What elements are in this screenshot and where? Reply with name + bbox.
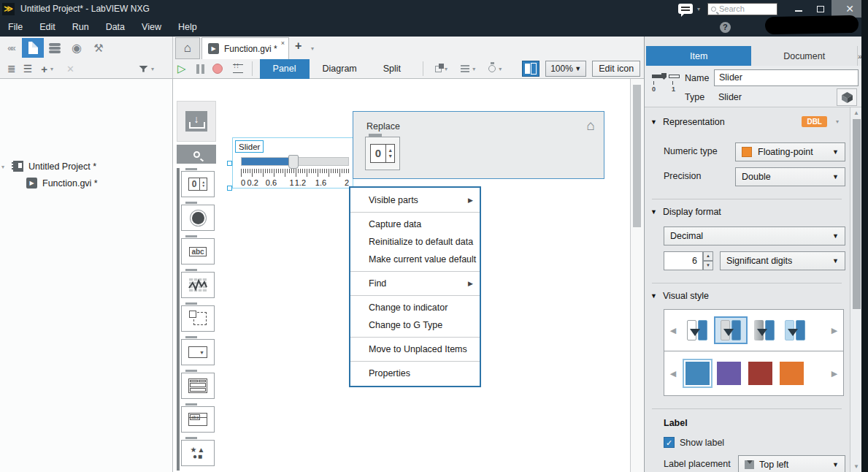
edit-icon-button[interactable]: Edit icon bbox=[592, 61, 640, 77]
pause-button[interactable] bbox=[196, 64, 199, 74]
feedback-dropdown-arrow-icon[interactable]: ▾ bbox=[697, 6, 700, 12]
panel-scrollbar[interactable]: ▲ ▼ bbox=[850, 107, 862, 472]
abort-icon[interactable] bbox=[233, 64, 243, 73]
section-display-format[interactable]: ▼ Display format bbox=[650, 207, 721, 217]
group-objects-icon[interactable] bbox=[435, 66, 442, 72]
collapse-sidebar-icon[interactable]: «« bbox=[0, 38, 22, 58]
tab-function-gvi[interactable]: ▶ Function.gvi * × bbox=[201, 37, 289, 59]
menu-run[interactable]: Run bbox=[72, 22, 89, 32]
color-swatch-orange[interactable] bbox=[780, 362, 804, 385]
palette-item-tab-control[interactable] bbox=[181, 403, 215, 433]
slider-label[interactable]: Slider bbox=[235, 140, 264, 153]
slider-thumb[interactable] bbox=[288, 155, 299, 169]
tab-panel[interactable]: Panel bbox=[260, 59, 310, 79]
panel-toggle-button[interactable] bbox=[522, 61, 539, 77]
numeric-type-dropdown[interactable]: Floating-point ▼ bbox=[735, 142, 845, 161]
group-dropdown-arrow-icon[interactable]: ▾ bbox=[445, 66, 448, 72]
add-item-button[interactable]: + bbox=[41, 63, 47, 75]
representation-dropdown-arrow-icon[interactable]: ▾ bbox=[836, 118, 839, 125]
type-browse-button[interactable] bbox=[837, 88, 857, 106]
maximize-button[interactable] bbox=[810, 0, 831, 18]
data-view-button[interactable] bbox=[44, 38, 66, 58]
palette-item-layout[interactable] bbox=[181, 370, 215, 399]
menu-item-change-to-indicator[interactable]: Change to indicator bbox=[350, 299, 480, 316]
menu-data[interactable]: Data bbox=[106, 22, 125, 32]
zoom-dropdown[interactable]: 100% ▼ bbox=[545, 61, 586, 77]
tab-split[interactable]: Split bbox=[370, 59, 414, 79]
tab-item[interactable]: Item bbox=[646, 46, 751, 66]
menu-view[interactable]: View bbox=[142, 22, 161, 32]
distribute-objects-icon[interactable] bbox=[488, 65, 496, 72]
section-representation[interactable]: ▼ Representation DBL ▾ bbox=[650, 116, 842, 127]
menu-item-visible-parts[interactable]: Visible parts▶ bbox=[350, 191, 480, 209]
spin-up-icon[interactable]: ▲ bbox=[703, 251, 713, 261]
digits-input[interactable]: 6 bbox=[664, 251, 703, 270]
tools-view-button[interactable]: ⚒ bbox=[88, 38, 110, 58]
distribute-dropdown-arrow-icon[interactable]: ▾ bbox=[499, 66, 502, 72]
scroll-up-icon[interactable]: ▲ bbox=[850, 110, 862, 116]
palette-item-boolean[interactable] bbox=[181, 202, 215, 231]
digits-mode-dropdown[interactable]: Significant digits ▼ bbox=[720, 251, 845, 270]
precision-dropdown[interactable]: Double ▼ bbox=[735, 167, 845, 186]
replace-numeric-option[interactable]: 0▲▼ bbox=[365, 137, 400, 170]
filter-dropdown-arrow-icon[interactable]: ▾ bbox=[151, 66, 154, 72]
menu-item-properties[interactable]: Properties bbox=[350, 365, 480, 382]
menu-file[interactable]: File bbox=[8, 22, 23, 32]
align-dropdown-arrow-icon[interactable]: ▾ bbox=[472, 66, 475, 72]
scrollbar-thumb[interactable] bbox=[853, 119, 861, 309]
menu-item-move-to-unplaced[interactable]: Move to Unplaced Items bbox=[350, 340, 480, 358]
palette-item-array[interactable] bbox=[181, 302, 215, 332]
color-swatch-red[interactable] bbox=[748, 362, 772, 385]
palette-scrollbar[interactable] bbox=[177, 168, 180, 471]
target-view-button[interactable]: ◉ bbox=[66, 38, 88, 58]
tab-document[interactable]: Document bbox=[751, 46, 856, 66]
help-icon[interactable]: ? bbox=[720, 22, 731, 33]
add-item-dropdown-arrow-icon[interactable]: ▾ bbox=[50, 66, 53, 72]
menu-help[interactable]: Help bbox=[178, 22, 197, 32]
run-button[interactable]: ▷ bbox=[177, 62, 186, 75]
feedback-bubble-icon[interactable] bbox=[678, 4, 693, 14]
files-view-button[interactable] bbox=[22, 38, 44, 58]
slider-track[interactable] bbox=[241, 157, 349, 166]
menu-item-make-default[interactable]: Make current value default bbox=[350, 251, 480, 268]
palette-item-ring[interactable]: ▼ bbox=[181, 336, 215, 365]
panel-canvas[interactable]: ↓ 0▲▼ abc ▼ ★▲●■ Slider bbox=[173, 79, 644, 472]
palette-item-string[interactable]: abc bbox=[181, 235, 215, 264]
palette-item-graph[interactable] bbox=[181, 269, 215, 298]
menu-item-find[interactable]: Find▶ bbox=[350, 275, 480, 292]
filter-icon[interactable] bbox=[139, 66, 148, 72]
palette-item-numeric[interactable]: 0▲▼ bbox=[181, 168, 215, 197]
carousel-left-icon[interactable]: ◀ bbox=[664, 369, 682, 378]
label-placement-dropdown[interactable]: Top left ▼ bbox=[738, 455, 845, 472]
format-dropdown[interactable]: Decimal ▼ bbox=[664, 227, 845, 245]
canvas-scrollbar[interactable] bbox=[630, 79, 643, 472]
palette-item-shapes[interactable]: ★▲●■ bbox=[181, 437, 215, 466]
scroll-down-icon[interactable]: ▼ bbox=[850, 463, 862, 470]
menu-item-reinitialize[interactable]: Reinitialize to default data bbox=[350, 233, 480, 251]
record-button[interactable] bbox=[212, 64, 223, 74]
style-option-4[interactable] bbox=[783, 318, 807, 343]
spin-down-icon[interactable]: ▼ bbox=[703, 261, 713, 270]
style-option-3[interactable] bbox=[752, 318, 777, 343]
tree-list-icon[interactable]: ☰ bbox=[23, 63, 33, 75]
style-option-1[interactable] bbox=[685, 318, 710, 343]
tab-close-icon[interactable]: × bbox=[281, 39, 285, 47]
style-option-2-selected[interactable] bbox=[714, 316, 748, 344]
menu-edit[interactable]: Edit bbox=[39, 22, 55, 32]
align-objects-icon[interactable] bbox=[461, 65, 469, 72]
digits-spinner[interactable]: ▲▼ bbox=[703, 251, 713, 270]
tree-item-project[interactable]: Untitled Project * bbox=[13, 161, 96, 172]
new-tab-dropdown-arrow-icon[interactable]: ▾ bbox=[311, 45, 314, 52]
palette-place-items-button[interactable]: ↓ bbox=[177, 101, 216, 142]
carousel-right-icon[interactable]: ▶ bbox=[826, 326, 843, 335]
selection-handle[interactable] bbox=[227, 161, 232, 166]
menu-item-capture-data[interactable]: Capture data bbox=[350, 216, 480, 233]
name-input[interactable]: Slider bbox=[714, 69, 859, 86]
color-swatch-purple[interactable] bbox=[717, 362, 741, 385]
scrollbar-thumb[interactable] bbox=[633, 85, 641, 227]
show-label-checkbox[interactable]: ✓ bbox=[664, 437, 675, 448]
carousel-left-icon[interactable]: ◀ bbox=[664, 326, 682, 335]
search-input[interactable]: Search bbox=[707, 3, 777, 15]
section-visual-style[interactable]: ▼ Visual style bbox=[650, 291, 709, 301]
minimize-button[interactable] bbox=[788, 0, 810, 18]
